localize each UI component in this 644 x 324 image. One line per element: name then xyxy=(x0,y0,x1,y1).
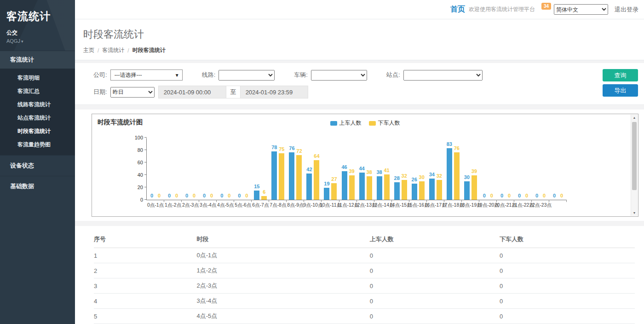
notification-badge[interactable]: 34 xyxy=(541,3,551,10)
logout-link[interactable]: 退出登录 xyxy=(615,6,638,14)
sidebar-subitem[interactable]: 线路客流统计 xyxy=(0,98,75,111)
vehicle-select[interactable] xyxy=(311,70,367,81)
org-code-dropdown[interactable]: AQGJ▾ xyxy=(6,38,75,44)
chart-bar[interactable]: 39 xyxy=(472,175,477,200)
bar-value-label: 27 xyxy=(331,176,337,182)
bar-group: 0021点-22点 xyxy=(514,138,532,200)
chart-bar[interactable]: 38 xyxy=(367,176,372,200)
chart-bar[interactable]: 19 xyxy=(324,188,329,200)
sidebar-subitem[interactable]: 时段客流统计 xyxy=(0,125,75,138)
chart-bar[interactable]: 41 xyxy=(384,174,390,200)
station-select[interactable] xyxy=(403,70,483,81)
chart-bar[interactable]: 42 xyxy=(306,174,312,200)
legend-label: 下车人数 xyxy=(378,119,400,127)
table-cell: 0 xyxy=(500,248,635,263)
chart-bar[interactable]: 28 xyxy=(394,182,400,200)
sidebar-section[interactable]: 客流统计 xyxy=(0,51,75,69)
table-row[interactable]: 54点-5点00 xyxy=(94,309,635,324)
chart-bar[interactable]: 6 xyxy=(261,196,267,200)
chart-bar[interactable]: 83 xyxy=(447,148,452,200)
query-button[interactable]: 查询 xyxy=(603,69,638,81)
sidebar-section[interactable]: 基础数据 xyxy=(0,176,75,197)
welcome-text: 欢迎使用客流统计管理平台 xyxy=(469,6,535,13)
legend-item[interactable]: 上车人数 xyxy=(330,119,362,127)
table-row[interactable]: 10点-1点00 xyxy=(94,248,635,263)
bar-value-label: 0 xyxy=(238,193,241,198)
bar-group: 0019点-20点 xyxy=(479,138,497,200)
chart-bar[interactable]: 15 xyxy=(254,191,259,200)
company-select[interactable]: ---请选择--- ▼ xyxy=(110,69,183,81)
breadcrumb-separator: / xyxy=(124,47,132,54)
bar-value-label: 15 xyxy=(254,184,259,189)
x-axis-label: 1点-2点 xyxy=(165,202,181,208)
table-row[interactable]: 43点-4点00 xyxy=(94,294,635,309)
table-header-cell: 序号 xyxy=(94,231,196,248)
bar-value-label: 0 xyxy=(158,193,161,198)
date-preset-select[interactable]: 昨日 xyxy=(110,87,155,98)
breadcrumb-home[interactable]: 主页 xyxy=(83,46,94,54)
date-start-input[interactable]: 2024-01-09 00:00 xyxy=(158,86,226,98)
caret-down-icon: ▾ xyxy=(21,39,23,44)
sidebar-subitem[interactable]: 站点客流统计 xyxy=(0,111,75,125)
table-cell: 1 xyxy=(94,248,196,263)
scroll-down-icon[interactable]: ▼ xyxy=(631,211,638,214)
org-code-label: AQGJ xyxy=(6,38,20,44)
table-cell: 2点-3点 xyxy=(196,278,369,294)
chart-bar[interactable]: 44 xyxy=(359,173,365,200)
chart-bar[interactable]: 72 xyxy=(296,155,302,200)
sidebar-subitem[interactable]: 客流量趋势图 xyxy=(0,138,75,151)
chart-bar[interactable]: 46 xyxy=(342,171,347,200)
language-select[interactable]: 简体中文 xyxy=(554,4,608,15)
filter-company: 公司: ---请选择--- ▼ xyxy=(93,69,183,81)
bar-value-label: 38 xyxy=(377,169,382,175)
chart-bar[interactable]: 64 xyxy=(314,160,319,200)
chart-scrollbar[interactable]: ▲ ▼ xyxy=(631,115,638,216)
sidebar: 客流统计 公交 AQGJ▾ 客流统计客流明细客流汇总线路客流统计站点客流统计时段… xyxy=(0,0,75,324)
bar-group: 000点-1点 xyxy=(147,138,164,200)
table-row[interactable]: 21点-2点00 xyxy=(94,263,635,278)
chart-bar[interactable]: 78 xyxy=(271,151,277,200)
chart-bar[interactable]: 27 xyxy=(331,183,337,200)
scroll-up-icon[interactable]: ▲ xyxy=(631,116,638,119)
page-title: 时段客流统计 xyxy=(83,28,644,41)
topbar: 首页 欢迎使用客流统计管理平台 34 简体中文 退出登录 xyxy=(75,0,644,19)
table-row[interactable]: 32点-3点00 xyxy=(94,278,635,294)
scrollbar-thumb[interactable] xyxy=(632,122,637,190)
chart-bar[interactable]: 32 xyxy=(402,180,407,200)
chart-bar[interactable]: 34 xyxy=(429,179,435,200)
app-logo-title: 客流统计 xyxy=(6,9,75,23)
table-header-cell: 下车人数 xyxy=(500,231,635,248)
table-cell: 4点-5点 xyxy=(196,309,369,324)
bar-value-label: 0 xyxy=(245,193,248,198)
sidebar-subitem[interactable]: 客流汇总 xyxy=(0,85,75,98)
chart-bar[interactable]: 26 xyxy=(412,184,417,200)
sidebar-section[interactable]: 设备状态 xyxy=(0,155,75,176)
bar-value-label: 0 xyxy=(483,193,486,198)
home-link[interactable]: 首页 xyxy=(450,5,465,14)
sidebar-subitem[interactable]: 客流明细 xyxy=(0,71,75,85)
export-button[interactable]: 导出 xyxy=(603,84,638,97)
chart-bar[interactable]: 39 xyxy=(349,175,355,200)
chart-bar[interactable]: 30 xyxy=(464,181,470,200)
line-select[interactable] xyxy=(218,70,275,81)
bar-group: 384113点-14点 xyxy=(374,138,392,200)
chart-bar[interactable]: 76 xyxy=(454,152,460,200)
bar-group: 42649点-10点 xyxy=(304,138,322,200)
legend-item[interactable]: 下车人数 xyxy=(369,119,400,127)
bar-value-label: 72 xyxy=(296,148,302,154)
date-label: 日期: xyxy=(93,88,107,96)
bar-value-label: 32 xyxy=(437,173,442,179)
chart-bar[interactable]: 32 xyxy=(437,180,442,200)
bar-value-label: 0 xyxy=(553,193,556,198)
legend-color-chip xyxy=(369,121,376,126)
breadcrumb-parent[interactable]: 客流统计 xyxy=(102,46,124,54)
chart-bar[interactable]: 76 xyxy=(289,152,294,200)
chart-bar[interactable]: 38 xyxy=(377,176,382,200)
chart-bar[interactable]: 30 xyxy=(419,181,425,200)
date-end-input[interactable]: 2024-01-09 23:59 xyxy=(240,86,308,98)
bar-value-label: 0 xyxy=(185,193,188,198)
bar-value-label: 83 xyxy=(447,141,452,147)
filter-vehicle: 车辆: xyxy=(294,70,367,81)
chart-bar[interactable]: 75 xyxy=(279,153,284,200)
table-panel: 序号时段上车人数下车人数 10点-1点0021点-2点0032点-3点0043点… xyxy=(75,226,644,324)
